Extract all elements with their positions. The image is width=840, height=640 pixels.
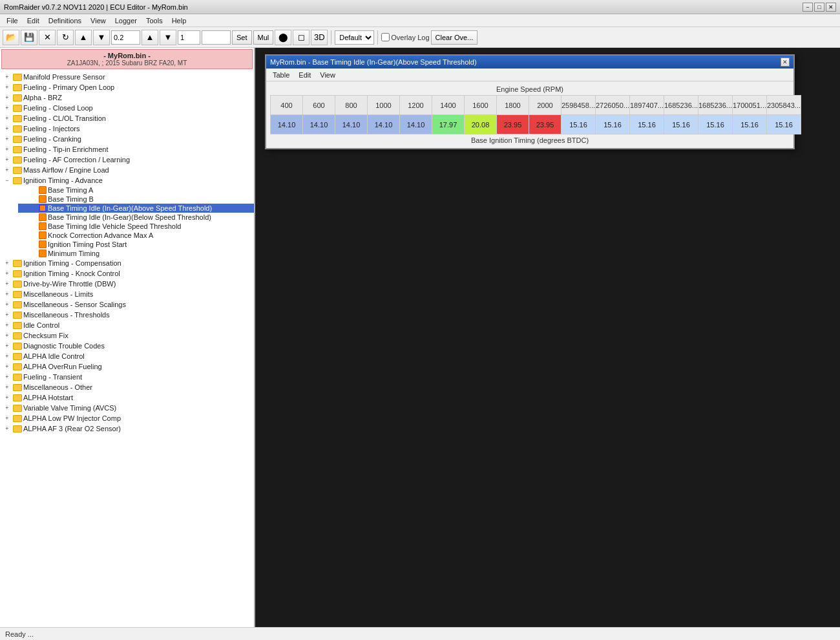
tree-item-base-timing-a[interactable]: Base Timing A — [18, 186, 254, 195]
tree-group-ignition-timing-compensation[interactable]: + Ignition Timing - Compensation — [0, 258, 254, 268]
label-fueling-primary: Fueling - Primary Open Loop — [23, 83, 114, 91]
toolbar-value-input3[interactable] — [202, 30, 231, 45]
tree-container: + Manifold Pressure Sensor + Fueling - P… — [0, 70, 254, 435]
tree-group-fueling-injectors[interactable]: + Fueling - Injectors — [0, 123, 254, 134]
label-alpha-overrun: ALPHA OverRun Fueling — [23, 363, 102, 370]
cell-5[interactable]: 17.97 — [432, 115, 465, 134]
cell-2[interactable]: 14.10 — [335, 115, 368, 134]
tree-group-dbw-throttle[interactable]: + Drive-by-Wire Throttle (DBW) — [0, 279, 254, 289]
toolbar-set-button[interactable]: Set — [232, 30, 252, 45]
tree-group-misc-limits[interactable]: + Miscellaneous - Limits — [0, 289, 254, 299]
x-axis-label: Engine Speed (RPM) — [270, 85, 790, 93]
cell-4[interactable]: 14.10 — [400, 115, 432, 134]
tree-group-idle-control[interactable]: + Idle Control — [0, 320, 254, 330]
toolbar-open-button[interactable]: 📂 — [3, 30, 19, 45]
tree-group-misc-thresholds[interactable]: + Miscellaneous - Thresholds — [0, 310, 254, 320]
title-bar: RomRaider v0.7.2 NOV11 2020 | ECU Editor… — [0, 0, 840, 14]
toolbar-mul-button[interactable]: Mul — [253, 30, 274, 45]
table-header-row: 400 600 800 1000 1200 1400 1600 1800 200… — [271, 96, 801, 115]
tree-group-fueling-closed[interactable]: + Fueling - Closed Loop — [0, 103, 254, 113]
tree-group-alpha-brz[interactable]: + Alpha - BRZ — [0, 92, 254, 103]
tree-group-alpha-overrun[interactable]: + ALPHA OverRun Fueling — [0, 361, 254, 372]
cell-10[interactable]: 15.16 — [596, 115, 630, 134]
minimize-button[interactable]: − — [803, 3, 813, 12]
tree-item-base-timing-b[interactable]: Base Timing B — [18, 195, 254, 204]
close-button[interactable]: ✕ — [826, 3, 836, 12]
expander-fueling-injectors: + — [3, 124, 12, 133]
menu-view[interactable]: View — [87, 16, 110, 25]
menu-definitions[interactable]: Definitions — [45, 16, 85, 25]
tree-group-fueling-primary[interactable]: + Fueling - Primary Open Loop — [0, 82, 254, 92]
tree-group-fueling-af[interactable]: + Fueling - AF Correction / Learning — [0, 155, 254, 165]
table-menu-table[interactable]: Table — [269, 70, 293, 80]
tree-group-ignition-timing-knock[interactable]: + Ignition Timing - Knock Control — [0, 268, 254, 279]
label-fueling-transient: Fueling - Transient — [23, 373, 82, 381]
toolbar-3d-button[interactable]: 3D — [311, 30, 328, 45]
cell-3[interactable]: 14.10 — [368, 115, 400, 134]
toolbar-up-button[interactable]: ▲ — [75, 30, 92, 45]
folder-icon-alpha-af3 — [13, 425, 22, 432]
tree-group-checksum-fix[interactable]: + Checksum Fix — [0, 330, 254, 341]
tree-group-alpha-hotstart[interactable]: + ALPHA Hotstart — [0, 392, 254, 403]
table-menu-edit[interactable]: Edit — [295, 70, 315, 80]
cell-0[interactable]: 14.10 — [271, 115, 303, 134]
overlay-log-checkbox[interactable] — [381, 33, 390, 41]
tree-group-fueling-tip-in[interactable]: + Fueling - Tip-in Enrichment — [0, 144, 254, 155]
cell-9[interactable]: 15.16 — [562, 115, 596, 134]
tree-item-minimum-timing[interactable]: Minimum Timing — [18, 249, 254, 258]
menu-file[interactable]: File — [3, 16, 22, 25]
cell-11[interactable]: 15.16 — [630, 115, 664, 134]
table-window-close-button[interactable]: ✕ — [781, 58, 790, 67]
toolbar-down-button[interactable]: ▼ — [93, 30, 110, 45]
cell-12[interactable]: 15.16 — [664, 115, 698, 134]
cell-14[interactable]: 15.16 — [733, 115, 767, 134]
tree-group-fueling-cranking[interactable]: + Fueling - Cranking — [0, 134, 254, 144]
toolbar-icon1-button[interactable]: ⬤ — [275, 30, 291, 45]
icon-base-timing-a — [39, 186, 47, 194]
toolbar-dropdown[interactable]: Default — [335, 30, 374, 45]
tree-group-ignition-timing-advance[interactable]: − Ignition Timing - Advance — [0, 175, 254, 186]
cell-6[interactable]: 20.08 — [465, 115, 497, 134]
toolbar-close-button[interactable]: ✕ — [39, 30, 56, 45]
label-ignition-timing-knock: Ignition Timing - Knock Control — [23, 270, 120, 277]
tree-group-misc-other[interactable]: + Miscellaneous - Other — [0, 382, 254, 392]
menu-logger[interactable]: Logger — [111, 16, 141, 25]
toolbar-clear-ove-button[interactable]: Clear Ove... — [431, 30, 478, 45]
toolbar-icon2-button[interactable]: ◻ — [293, 30, 310, 45]
menu-help[interactable]: Help — [168, 16, 191, 25]
toolbar-arrow-down-button[interactable]: ▼ — [160, 30, 176, 45]
cell-13[interactable]: 15.16 — [698, 115, 733, 134]
toolbar-refresh-button[interactable]: ↻ — [57, 30, 74, 45]
tree-group-manifold-pressure[interactable]: + Manifold Pressure Sensor — [0, 72, 254, 82]
cell-15[interactable]: 15.16 — [767, 115, 801, 134]
tree-group-alpha-idle[interactable]: + ALPHA Idle Control — [0, 351, 254, 361]
toolbar-save-button[interactable]: 💾 — [21, 30, 37, 45]
cell-7[interactable]: 23.95 — [497, 115, 529, 134]
menu-edit[interactable]: Edit — [23, 16, 43, 25]
table-menu-view[interactable]: View — [316, 70, 339, 80]
label-checksum-fix: Checksum Fix — [23, 332, 68, 339]
cell-8[interactable]: 23.95 — [529, 115, 562, 134]
label-misc-sensor-scalings: Miscellaneous - Sensor Scalings — [23, 301, 126, 308]
expander-mass-airflow: + — [3, 165, 12, 175]
tree-group-mass-airflow[interactable]: + Mass Airflow / Engine Load — [0, 165, 254, 175]
toolbar-value-input2[interactable] — [178, 30, 200, 45]
tree-group-fueling-transient[interactable]: + Fueling - Transient — [0, 372, 254, 382]
maximize-button[interactable]: □ — [814, 3, 824, 12]
tree-item-knock-correction-advance[interactable]: Knock Correction Advance Max A — [18, 231, 254, 240]
tree-item-ignition-timing-post-start[interactable]: Ignition Timing Post Start — [18, 240, 254, 249]
tree-item-base-timing-idle-vehicle[interactable]: Base Timing Idle Vehicle Speed Threshold — [18, 222, 254, 231]
tree-group-alpha-low-pw[interactable]: + ALPHA Low PW Injector Comp — [0, 413, 254, 423]
toolbar-arrow-up-button[interactable]: ▲ — [142, 30, 158, 45]
tree-group-vvt[interactable]: + Variable Valve Timing (AVCS) — [0, 403, 254, 413]
tree-item-base-timing-idle-below[interactable]: Base Timing Idle (In-Gear)(Below Speed T… — [18, 213, 254, 222]
tree-group-dtc[interactable]: + Diagnostic Trouble Codes — [0, 341, 254, 351]
toolbar-value-input1[interactable] — [111, 30, 140, 45]
icon-base-timing-idle-above — [39, 204, 47, 212]
tree-group-misc-sensor-scalings[interactable]: + Miscellaneous - Sensor Scalings — [0, 299, 254, 310]
tree-group-fueling-cl-ol[interactable]: + Fueling - CL/OL Transition — [0, 113, 254, 123]
menu-tools[interactable]: Tools — [142, 16, 167, 25]
tree-item-base-timing-idle-above[interactable]: Base Timing Idle (In-Gear)(Above Speed T… — [18, 204, 254, 213]
cell-1[interactable]: 14.10 — [303, 115, 335, 134]
tree-group-alpha-af3[interactable]: + ALPHA AF 3 (Rear O2 Sensor) — [0, 423, 254, 434]
